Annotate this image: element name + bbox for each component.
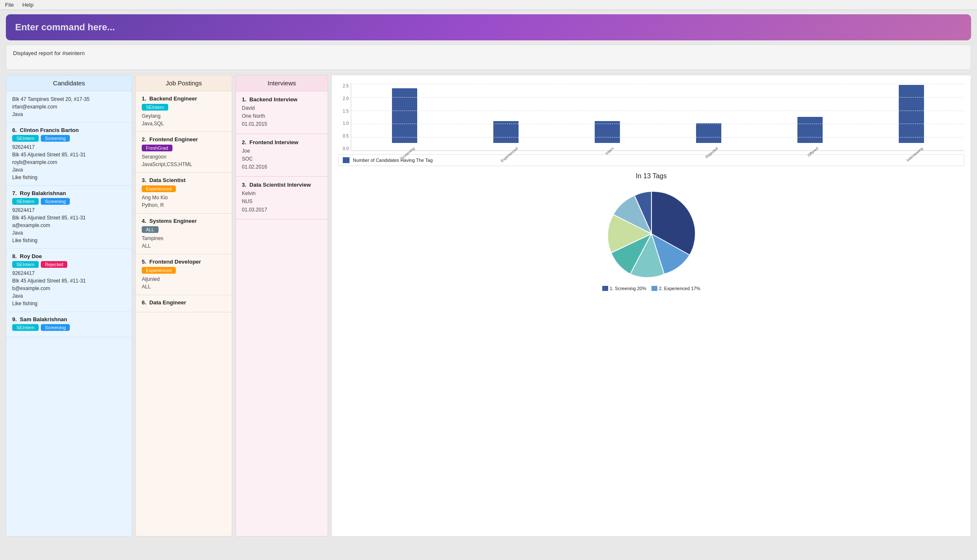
bar-chart-container: 2.5 2.0 1.5 1.0 0.5 0.0 [336,79,966,168]
tags-row: Experienced [142,185,226,192]
tag-seintern: SEIntern [12,198,39,205]
list-item: 9. Sam Balakrishnan SEIntern Screening [6,312,132,337]
tag-screening: Screening [41,135,70,142]
pie-chart-section: In 13 Tags [336,172,966,291]
tags-row: SEIntern Screening [12,198,126,205]
job-info: GeylangJava,SQL [142,112,226,127]
tags-row: FreshGrad [142,145,226,151]
legend-color [343,157,349,163]
interview-title: 3. Data Scientist Interview [242,182,322,188]
candidate-info: 92624417Blk 45 Aljunied Street 85, #11-3… [12,206,126,244]
bar-rejected [696,123,721,143]
y-axis-labels: 2.5 2.0 1.5 1.0 0.5 0.0 [338,84,351,151]
bar-experienced [493,121,519,143]
pie-chart-svg [597,183,706,284]
bar-group-intern: Intern [558,121,656,151]
interview-info: DavidOne North01.01.2015 [242,104,322,129]
job-title: 3. Data Scientist [142,177,226,183]
list-item: 6. Clinton Francis Barton SEIntern Scree… [6,123,132,186]
tag-experienced: Experienced [142,185,176,192]
file-menu[interactable]: File [5,2,14,8]
tags-row: SEIntern Screening [12,135,126,142]
main-content: Candidates Blk 47 Tampines Street 20, #1… [0,75,977,542]
bar-group-rejected: Rejected [659,123,757,151]
interview-title: 2. Frontend Interview [242,139,322,145]
job-title: 5. Frontend Developer [142,259,226,265]
job-title: 1. Backend Engineer [142,95,226,102]
bar-intern [595,121,620,143]
job-info: SerangoonJavaScript,CSS,HTML [142,153,226,168]
tag-rejected: Rejected [41,261,67,268]
list-item: 8. Roy Doe SEIntern Rejected 92624417Blk… [6,249,132,312]
list-item: 4. Systems Engineer ALL TampinesALL [136,214,232,254]
bar-screening [392,88,417,143]
tag-seintern: SEIntern [142,104,168,111]
tag-experienced: Experienced [142,267,176,274]
tag-seintern: SEIntern [12,135,39,142]
bar-chart: Screening Experienced Intern Rejected [351,84,964,151]
chart-legend: Number of Candidates Having The Tag [338,154,964,166]
bar-group-screening: Screening [355,88,453,151]
jobs-panel: Job Postings 1. Backend Engineer SEInter… [135,75,232,536]
list-item: 1. Backend Engineer SEIntern GeylangJava… [136,91,232,132]
interviews-panel: Interviews 1. Backend Interview DavidOne… [236,75,328,536]
help-menu[interactable]: Help [22,2,34,8]
bar-offered [797,117,823,143]
list-item: 3. Data Scientist Experienced Ang Mo Kio… [136,173,232,214]
job-info: AljuniedALL [142,275,226,291]
bar-group-offered: Offered [761,117,859,151]
candidate-info: Blk 47 Tampines Street 20, #17-35irfan@e… [12,95,126,118]
status-text: Displayed report for #seintern [13,50,85,56]
candidate-number: 7. Roy Balakrishnan [12,190,126,196]
candidate-number: 9. Sam Balakrishnan [12,316,126,322]
list-item: 5. Frontend Developer Experienced Aljuni… [136,254,232,295]
pie-legend-label-1: 1. Screening 20% [610,286,646,291]
job-info: Ang Mo KioPython, R [142,194,226,209]
tags-row: SEIntern Rejected [12,261,126,268]
command-bar-wrapper [0,10,977,45]
tags-row: Experienced [142,267,226,274]
pie-chart-wrapper [336,183,966,284]
bar-group-experienced: Experienced [457,121,555,151]
tags-row: ALL [142,226,226,233]
charts-panel: 2.5 2.0 1.5 1.0 0.5 0.0 [331,75,971,536]
list-item: 3. Data Scientist Interview KelvinNUS01.… [236,177,328,219]
command-input[interactable] [15,22,962,33]
tag-seintern: SEIntern [12,261,39,268]
pie-legend: 1. Screening 20% 2. Experienced 17% [336,286,966,291]
interview-info: JoeSOC01.02.2016 [242,147,322,172]
menu-bar: File Help [0,0,977,10]
tags-row: SEIntern Screening [12,324,126,331]
job-title: 6. Data Engineer [142,299,226,306]
legend-label: Number of Candidates Having The Tag [353,158,433,163]
jobs-header: Job Postings [136,75,232,91]
interview-title: 1. Backend Interview [242,96,322,103]
tag-seintern: SEIntern [12,324,39,331]
status-bar: Displayed report for #seintern [6,45,971,70]
tag-screening: Screening [41,324,70,331]
pie-chart-title: In 13 Tags [336,172,966,180]
interviews-header: Interviews [236,75,328,91]
candidates-header: Candidates [6,75,132,91]
list-item: Blk 47 Tampines Street 20, #17-35irfan@e… [6,91,132,123]
tag-screening: Screening [41,198,70,205]
candidate-info: 92624417Blk 45 Aljunied Street 85, #11-3… [12,269,126,307]
tag-all: ALL [142,226,159,233]
job-title: 2. Frontend Engineer [142,136,226,143]
tags-row: SEIntern [142,104,226,111]
list-item: 6. Data Engineer [136,295,232,312]
job-title: 4. Systems Engineer [142,218,226,224]
command-bar [6,14,971,40]
tag-freshgrad: FreshGrad [142,145,172,151]
candidates-panel: Candidates Blk 47 Tampines Street 20, #1… [6,75,132,536]
candidate-number: 6. Clinton Francis Barton [12,127,126,133]
candidate-info: 92624417Blk 45 Aljunied Street 85, #11-3… [12,143,126,181]
list-item: 1. Backend Interview DavidOne North01.01… [236,91,328,134]
bar-group-interviewing: Interviewing [862,85,960,151]
list-item: 7. Roy Balakrishnan SEIntern Screening 9… [6,186,132,249]
list-item: 2. Frontend Engineer FreshGrad Serangoon… [136,132,232,173]
list-item: 2. Frontend Interview JoeSOC01.02.2016 [236,134,328,177]
pie-legend-label-2: 2. Experienced 17% [659,286,700,291]
bar-interviewing [899,85,924,143]
job-info: TampinesALL [142,235,226,250]
